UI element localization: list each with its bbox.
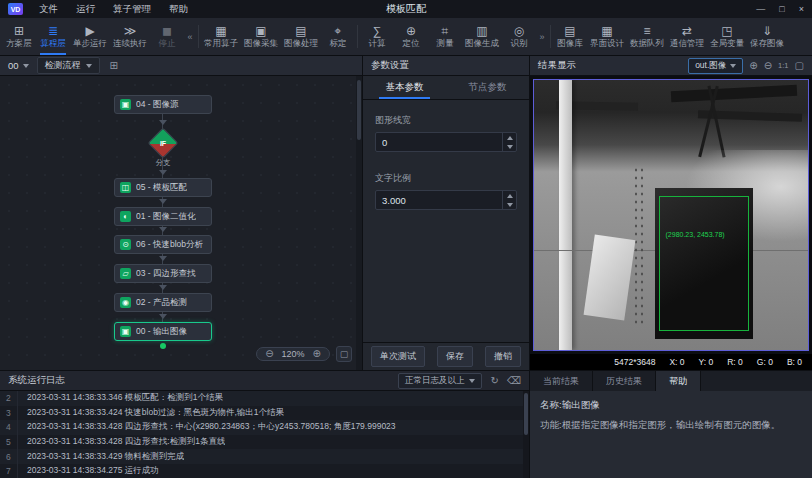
refresh-log-icon[interactable]: ↻	[490, 375, 498, 386]
image-viewer[interactable]: (2980.23, 2453.78)	[530, 76, 812, 354]
image-acquisition-icon: ▣	[255, 25, 266, 37]
add-flow-icon[interactable]: ⊞	[110, 60, 118, 71]
flow-node-blob-analysis[interactable]: ⊙ 06 - 快速blob分析	[114, 235, 212, 254]
menu-help[interactable]: 帮助	[169, 3, 188, 16]
log-scrollbar-thumb[interactable]	[524, 393, 528, 435]
flow-node-output-image[interactable]: ▣ 00 - 输出图像	[114, 322, 212, 341]
log-row-number: 4	[0, 420, 18, 435]
text-scale-label: 文字比例	[375, 172, 517, 185]
stepper-down-icon[interactable]	[503, 142, 516, 151]
tab-label: 当前结果	[543, 375, 579, 388]
toolbar-group-recognition[interactable]: ◎ 识别	[502, 18, 536, 55]
flow-node-label: 02 - 产品检测	[136, 297, 187, 309]
toolbar-item-global-variables[interactable]: ◳ 全局变量	[707, 18, 747, 55]
undo-button[interactable]: 撤销	[485, 346, 521, 367]
close-button[interactable]: ×	[799, 5, 804, 14]
tab-current-result[interactable]: 当前结果	[530, 371, 593, 391]
flow-tab-selector[interactable]: 检测流程	[37, 57, 100, 74]
camera-image: (2980.23, 2453.78)	[533, 79, 809, 351]
menu-file[interactable]: 文件	[39, 3, 58, 16]
log-row[interactable]: 7 2023-03-31 14:38:34.275 运行成功	[0, 464, 529, 478]
stepper-up-icon[interactable]	[503, 133, 516, 142]
collapse-left-icon[interactable]: «	[184, 18, 196, 55]
log-row[interactable]: 2 2023-03-31 14:38:33.346 模板匹配：检测到1个结果	[0, 391, 529, 406]
flow-scrollbar-thumb[interactable]	[357, 80, 361, 140]
flow-scrollbar[interactable]	[356, 76, 362, 370]
flow-node-quad-find[interactable]: ▱ 03 - 四边形查找	[114, 264, 212, 283]
blob-analysis-node-icon: ⊙	[120, 239, 131, 250]
tab-basic-params[interactable]: 基本参数	[363, 76, 446, 99]
tab-history-result[interactable]: 历史结果	[593, 371, 656, 391]
menu-operator-manage[interactable]: 算子管理	[113, 3, 151, 16]
toolbar-item-stop[interactable]: ◼ 停止	[150, 18, 184, 55]
flow-node-template-match[interactable]: ◫ 05 - 模板匹配	[114, 178, 212, 197]
collapse-right-icon[interactable]: »	[536, 18, 548, 55]
cursor-y-value: Y: 0	[699, 357, 714, 367]
log-scrollbar[interactable]	[523, 391, 529, 478]
log-header: 系统运行日志 正常日志及以上 ↻ ⌫	[0, 371, 529, 391]
stepper-down-icon[interactable]	[503, 200, 516, 209]
canvas-zoom-controls: ⊖ 120% ⊕ ▢	[256, 346, 352, 362]
connector-arrow-icon	[159, 256, 167, 261]
flow-node-if-branch[interactable]: IF	[147, 127, 178, 158]
toolbar-group-calculation[interactable]: ∑ 计算	[360, 18, 394, 55]
toolbar-group-image-generation[interactable]: ▥ 图像生成	[462, 18, 502, 55]
toolbar-item-ui-design[interactable]: ▦ 界面设计	[587, 18, 627, 55]
parameter-panel-title: 参数设置	[371, 59, 409, 72]
toolbar-item-algorithm-layer[interactable]: ≣ 算程层	[36, 18, 70, 55]
toolbar-item-image-library[interactable]: ▤ 图像库	[553, 18, 587, 55]
log-row[interactable]: 5 2023-03-31 14:38:33.428 四边形查找:检测到1条直线	[0, 435, 529, 450]
zoom-in-icon[interactable]: ⊕	[313, 349, 321, 359]
toolbar-group-image-processing[interactable]: ▤ 图像处理	[281, 18, 321, 55]
text-scale-input[interactable]	[376, 191, 502, 209]
toolbar-group-calibration[interactable]: ⌖ 标定	[321, 18, 355, 55]
stop-icon: ◼	[162, 25, 172, 37]
result-panel: 结果显示 out.图像 ⊕ ⊖ 1:1 ▢	[530, 56, 812, 370]
log-row[interactable]: 4 2023-03-31 14:38:33.428 四边形查找：中心(x2980…	[0, 420, 529, 435]
result-source-dropdown[interactable]: out.图像	[688, 58, 743, 74]
save-button[interactable]: 保存	[437, 346, 473, 367]
toolbar-item-save-image[interactable]: ⇓ 保存图像	[747, 18, 787, 55]
log-header-controls: 正常日志及以上 ↻ ⌫	[398, 373, 521, 389]
image-zoom-in-icon[interactable]: ⊕	[749, 61, 757, 71]
image-zoom-out-icon[interactable]: ⊖	[764, 61, 772, 71]
toolbar-group-measurement[interactable]: ⌗ 测量	[428, 18, 462, 55]
log-row[interactable]: 6 2023-03-31 14:38:33.429 物料检测到完成	[0, 449, 529, 464]
flow-index-dropdown[interactable]: 00	[8, 60, 29, 71]
toolbar-group-positioning[interactable]: ⊕ 定位	[394, 18, 428, 55]
connector-arrow-icon	[159, 120, 167, 125]
tab-node-params[interactable]: 节点参数	[446, 76, 529, 99]
one-to-one-icon[interactable]: 1:1	[778, 62, 788, 70]
fit-image-icon[interactable]: ▢	[795, 61, 804, 71]
toolbar-item-step-run[interactable]: ▶ 单步运行	[70, 18, 110, 55]
toolbar-group-image-acquisition[interactable]: ▣ 图像采集	[241, 18, 281, 55]
fit-view-icon[interactable]: ▢	[336, 346, 352, 362]
flow-node-product-detect[interactable]: ◉ 02 - 产品检测	[114, 293, 212, 312]
clear-log-icon[interactable]: ⌫	[507, 375, 521, 386]
log-level-dropdown[interactable]: 正常日志及以上	[398, 373, 483, 389]
line-width-input[interactable]	[376, 133, 502, 151]
tab-help[interactable]: 帮助	[656, 371, 701, 391]
text-scale-field	[375, 190, 517, 210]
single-test-button[interactable]: 单次测试	[371, 346, 425, 367]
stepper-up-icon[interactable]	[503, 191, 516, 200]
tab-label: 节点参数	[469, 81, 507, 94]
menu-run[interactable]: 运行	[76, 3, 95, 16]
flow-node-binarization[interactable]: ◐ 01 - 图像二值化	[114, 207, 212, 226]
log-row[interactable]: 3 2023-03-31 14:38:33.424 快速blob过滤：黑色斑为物…	[0, 406, 529, 421]
toolbar-item-communication[interactable]: ⇄ 通信管理	[667, 18, 707, 55]
toolbar-item-label: 通信管理	[670, 39, 704, 48]
main-area: 00 检测流程 ⊞ ▣ 04 -	[0, 56, 812, 370]
toolbar-item-scheme-layer[interactable]: ⊞ 方案层	[2, 18, 36, 55]
maximize-button[interactable]: □	[779, 5, 784, 14]
zoom-out-icon[interactable]: ⊖	[265, 349, 273, 359]
minimize-button[interactable]: —	[756, 5, 765, 14]
flow-node-label: 04 - 图像源	[136, 99, 179, 111]
toolbar-item-data-queue[interactable]: ≡ 数据队列	[627, 18, 667, 55]
toolbar-group-common-operators[interactable]: ▦ 常用算子	[201, 18, 241, 55]
app-logo-text: VD	[11, 6, 21, 13]
flow-canvas[interactable]: ▣ 04 - 图像源 IF 分支 ◫ 05 - 模板匹配 ◐ 01 - 图像二值…	[0, 76, 362, 370]
toolbar-item-continuous-run[interactable]: ≫ 连续执行	[110, 18, 150, 55]
flow-node-image-source[interactable]: ▣ 04 - 图像源	[114, 95, 212, 114]
log-row-number: 5	[0, 435, 18, 450]
